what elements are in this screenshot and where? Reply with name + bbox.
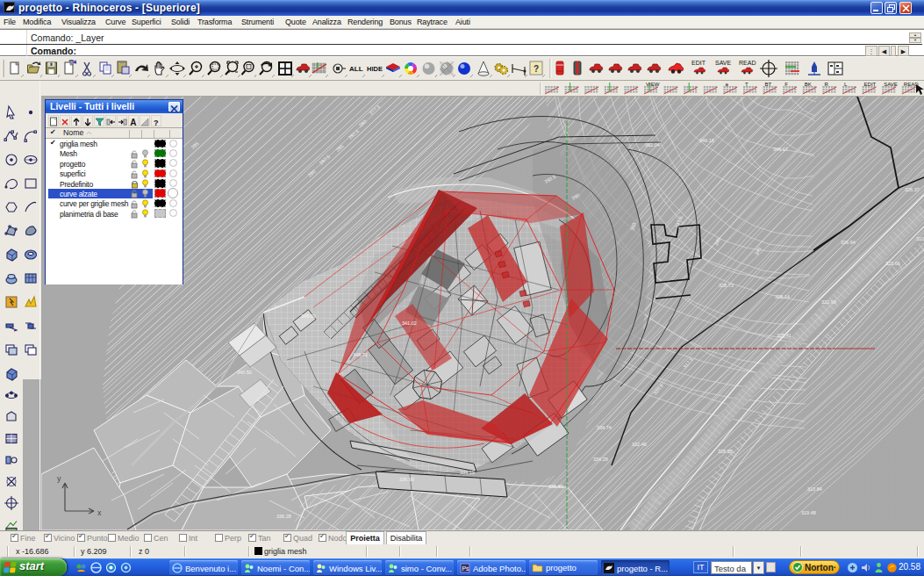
svg-text:392.04: 392.04 bbox=[645, 142, 660, 148]
svg-text:334.74: 334.74 bbox=[597, 425, 612, 430]
svg-text:349.18: 349.18 bbox=[699, 138, 714, 143]
svg-text:T: T bbox=[745, 82, 749, 87]
svg-text:336.28: 336.28 bbox=[276, 514, 291, 519]
svg-text:328.14: 328.14 bbox=[775, 294, 790, 299]
svg-text:328.73: 328.73 bbox=[719, 283, 734, 288]
svg-text:BK: BK bbox=[805, 82, 812, 87]
svg-text:HIDE: HIDE bbox=[367, 65, 383, 73]
svg-text:335.89: 335.89 bbox=[548, 484, 563, 489]
svg-text:326.37: 326.37 bbox=[905, 187, 920, 192]
svg-text:322.99: 322.99 bbox=[821, 299, 836, 305]
svg-text:F: F bbox=[784, 82, 788, 87]
svg-text:319.48: 319.48 bbox=[801, 510, 816, 515]
svg-text:332.46: 332.46 bbox=[632, 442, 647, 447]
svg-text:R: R bbox=[824, 82, 828, 87]
svg-text:323.66: 323.66 bbox=[885, 261, 900, 266]
svg-text:325.41: 325.41 bbox=[777, 333, 791, 338]
svg-text:BT: BT bbox=[765, 82, 772, 87]
svg-text:313.84: 313.84 bbox=[807, 486, 822, 492]
svg-text:334.28: 334.28 bbox=[593, 457, 608, 462]
svg-text:336.98: 336.98 bbox=[399, 477, 414, 482]
svg-text:348.71: 348.71 bbox=[353, 352, 368, 357]
svg-text:SAVE: SAVE bbox=[884, 82, 898, 87]
svg-text:348.80: 348.80 bbox=[301, 313, 316, 319]
svg-text:y: y bbox=[57, 474, 61, 483]
svg-text:346.17: 346.17 bbox=[773, 147, 788, 152]
svg-text:328.80: 328.80 bbox=[718, 449, 733, 454]
svg-text:340.50: 340.50 bbox=[237, 370, 252, 375]
svg-text:Ps: Ps bbox=[462, 565, 469, 572]
svg-text:?: ? bbox=[534, 64, 539, 74]
svg-text:341.02: 341.02 bbox=[402, 320, 417, 326]
svg-text:SAVE: SAVE bbox=[715, 60, 731, 66]
svg-text:310.00: 310.00 bbox=[916, 236, 924, 241]
svg-text:326.94: 326.94 bbox=[841, 240, 856, 245]
svg-text:VIEW: VIEW bbox=[646, 82, 660, 87]
svg-text:339.19: 339.19 bbox=[460, 470, 475, 475]
svg-text:ALL: ALL bbox=[349, 65, 363, 73]
svg-text:EDIT: EDIT bbox=[864, 82, 877, 87]
svg-text:READ: READ bbox=[739, 60, 756, 66]
svg-text:x: x bbox=[97, 508, 102, 517]
svg-text:EDIT: EDIT bbox=[691, 60, 706, 66]
